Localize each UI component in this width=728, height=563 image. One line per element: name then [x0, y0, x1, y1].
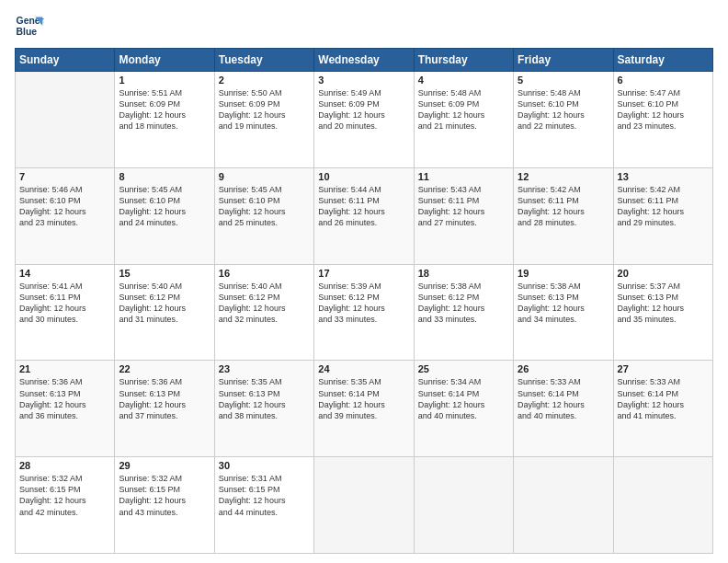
day-info: Sunrise: 5:45 AM Sunset: 6:10 PM Dayligh…: [119, 184, 210, 229]
calendar-cell: 9Sunrise: 5:45 AM Sunset: 6:10 PM Daylig…: [214, 167, 313, 264]
day-info: Sunrise: 5:36 AM Sunset: 6:13 PM Dayligh…: [119, 376, 210, 421]
day-info: Sunrise: 5:39 AM Sunset: 6:12 PM Dayligh…: [318, 281, 409, 326]
calendar-cell: [414, 457, 513, 554]
day-info: Sunrise: 5:44 AM Sunset: 6:11 PM Dayligh…: [318, 184, 409, 229]
day-info: Sunrise: 5:49 AM Sunset: 6:09 PM Dayligh…: [318, 87, 409, 132]
day-number: 30: [219, 460, 310, 471]
day-info: Sunrise: 5:41 AM Sunset: 6:11 PM Dayligh…: [19, 281, 110, 326]
calendar-cell: 3Sunrise: 5:49 AM Sunset: 6:09 PM Daylig…: [314, 72, 414, 168]
calendar-cell: 23Sunrise: 5:35 AM Sunset: 6:13 PM Dayli…: [214, 361, 313, 457]
calendar-cell: 15Sunrise: 5:40 AM Sunset: 6:12 PM Dayli…: [115, 264, 214, 361]
calendar-cell: 18Sunrise: 5:38 AM Sunset: 6:12 PM Dayli…: [414, 264, 513, 361]
day-number: 4: [418, 75, 509, 86]
day-number: 15: [119, 268, 210, 279]
day-number: 29: [119, 460, 210, 471]
day-number: 12: [518, 171, 609, 182]
day-info: Sunrise: 5:35 AM Sunset: 6:14 PM Dayligh…: [318, 376, 409, 421]
calendar-cell: 12Sunrise: 5:42 AM Sunset: 6:11 PM Dayli…: [514, 167, 613, 264]
day-number: 5: [518, 75, 609, 86]
day-number: 19: [518, 268, 609, 279]
day-info: Sunrise: 5:47 AM Sunset: 6:10 PM Dayligh…: [618, 87, 709, 132]
day-info: Sunrise: 5:45 AM Sunset: 6:10 PM Dayligh…: [219, 184, 310, 229]
day-number: 3: [318, 75, 409, 86]
calendar-cell: 19Sunrise: 5:38 AM Sunset: 6:13 PM Dayli…: [514, 264, 613, 361]
calendar-cell: 20Sunrise: 5:37 AM Sunset: 6:13 PM Dayli…: [613, 264, 712, 361]
calendar-cell: 14Sunrise: 5:41 AM Sunset: 6:11 PM Dayli…: [16, 264, 115, 361]
calendar-cell: 16Sunrise: 5:40 AM Sunset: 6:12 PM Dayli…: [214, 264, 313, 361]
calendar-cell: 6Sunrise: 5:47 AM Sunset: 6:10 PM Daylig…: [613, 72, 712, 168]
day-info: Sunrise: 5:48 AM Sunset: 6:10 PM Dayligh…: [518, 87, 609, 132]
day-info: Sunrise: 5:32 AM Sunset: 6:15 PM Dayligh…: [19, 473, 110, 518]
col-header-sunday: Sunday: [16, 49, 115, 72]
day-info: Sunrise: 5:40 AM Sunset: 6:12 PM Dayligh…: [119, 281, 210, 326]
day-number: 22: [119, 363, 210, 374]
day-number: 2: [219, 75, 310, 86]
calendar-cell: 8Sunrise: 5:45 AM Sunset: 6:10 PM Daylig…: [115, 167, 214, 264]
day-number: 16: [219, 268, 310, 279]
day-number: 8: [119, 171, 210, 182]
day-number: 28: [19, 460, 110, 471]
calendar-cell: [16, 72, 115, 168]
day-info: Sunrise: 5:31 AM Sunset: 6:15 PM Dayligh…: [219, 473, 310, 518]
calendar-cell: 7Sunrise: 5:46 AM Sunset: 6:10 PM Daylig…: [16, 167, 115, 264]
day-info: Sunrise: 5:43 AM Sunset: 6:11 PM Dayligh…: [418, 184, 509, 229]
day-number: 11: [418, 171, 509, 182]
calendar-table: SundayMondayTuesdayWednesdayThursdayFrid…: [15, 48, 713, 554]
calendar-cell: 24Sunrise: 5:35 AM Sunset: 6:14 PM Dayli…: [314, 361, 414, 457]
col-header-tuesday: Tuesday: [214, 49, 313, 72]
day-number: 6: [618, 75, 709, 86]
day-number: 25: [418, 363, 509, 374]
day-number: 21: [19, 363, 110, 374]
day-number: 18: [418, 268, 509, 279]
day-number: 17: [318, 268, 409, 279]
day-info: Sunrise: 5:33 AM Sunset: 6:14 PM Dayligh…: [518, 376, 609, 421]
day-info: Sunrise: 5:50 AM Sunset: 6:09 PM Dayligh…: [219, 87, 310, 132]
calendar-cell: 29Sunrise: 5:32 AM Sunset: 6:15 PM Dayli…: [115, 457, 214, 554]
calendar-cell: 10Sunrise: 5:44 AM Sunset: 6:11 PM Dayli…: [314, 167, 414, 264]
col-header-saturday: Saturday: [613, 49, 712, 72]
day-info: Sunrise: 5:42 AM Sunset: 6:11 PM Dayligh…: [518, 184, 609, 229]
calendar-cell: 30Sunrise: 5:31 AM Sunset: 6:15 PM Dayli…: [214, 457, 313, 554]
day-info: Sunrise: 5:33 AM Sunset: 6:14 PM Dayligh…: [618, 376, 709, 421]
calendar-cell: 13Sunrise: 5:42 AM Sunset: 6:11 PM Dayli…: [613, 167, 712, 264]
day-number: 1: [119, 75, 210, 86]
svg-text:Blue: Blue: [17, 27, 38, 37]
calendar-cell: 27Sunrise: 5:33 AM Sunset: 6:14 PM Dayli…: [613, 361, 712, 457]
day-number: 27: [618, 363, 709, 374]
day-info: Sunrise: 5:51 AM Sunset: 6:09 PM Dayligh…: [119, 87, 210, 132]
day-number: 24: [318, 363, 409, 374]
calendar-cell: 26Sunrise: 5:33 AM Sunset: 6:14 PM Dayli…: [514, 361, 613, 457]
col-header-monday: Monday: [115, 49, 214, 72]
page-header: General Blue: [15, 11, 713, 40]
calendar-cell: [613, 457, 712, 554]
calendar-cell: 28Sunrise: 5:32 AM Sunset: 6:15 PM Dayli…: [16, 457, 115, 554]
calendar-cell: 11Sunrise: 5:43 AM Sunset: 6:11 PM Dayli…: [414, 167, 513, 264]
day-info: Sunrise: 5:40 AM Sunset: 6:12 PM Dayligh…: [219, 281, 310, 326]
day-info: Sunrise: 5:48 AM Sunset: 6:09 PM Dayligh…: [418, 87, 509, 132]
calendar-cell: 17Sunrise: 5:39 AM Sunset: 6:12 PM Dayli…: [314, 264, 414, 361]
day-info: Sunrise: 5:34 AM Sunset: 6:14 PM Dayligh…: [418, 376, 509, 421]
day-info: Sunrise: 5:46 AM Sunset: 6:10 PM Dayligh…: [19, 184, 110, 229]
calendar-cell: [314, 457, 414, 554]
calendar-cell: 5Sunrise: 5:48 AM Sunset: 6:10 PM Daylig…: [514, 72, 613, 168]
day-number: 10: [318, 171, 409, 182]
calendar-cell: 22Sunrise: 5:36 AM Sunset: 6:13 PM Dayli…: [115, 361, 214, 457]
col-header-friday: Friday: [514, 49, 613, 72]
day-info: Sunrise: 5:36 AM Sunset: 6:13 PM Dayligh…: [19, 376, 110, 421]
col-header-thursday: Thursday: [414, 49, 513, 72]
calendar-cell: 21Sunrise: 5:36 AM Sunset: 6:13 PM Dayli…: [16, 361, 115, 457]
calendar-cell: 25Sunrise: 5:34 AM Sunset: 6:14 PM Dayli…: [414, 361, 513, 457]
day-info: Sunrise: 5:38 AM Sunset: 6:13 PM Dayligh…: [518, 281, 609, 326]
day-number: 14: [19, 268, 110, 279]
day-number: 13: [618, 171, 709, 182]
day-info: Sunrise: 5:32 AM Sunset: 6:15 PM Dayligh…: [119, 473, 210, 518]
calendar-cell: [514, 457, 613, 554]
day-number: 7: [19, 171, 110, 182]
day-info: Sunrise: 5:37 AM Sunset: 6:13 PM Dayligh…: [618, 281, 709, 326]
calendar-cell: 1Sunrise: 5:51 AM Sunset: 6:09 PM Daylig…: [115, 72, 214, 168]
day-info: Sunrise: 5:38 AM Sunset: 6:12 PM Dayligh…: [418, 281, 509, 326]
day-number: 26: [518, 363, 609, 374]
day-number: 20: [618, 268, 709, 279]
day-number: 23: [219, 363, 310, 374]
day-info: Sunrise: 5:42 AM Sunset: 6:11 PM Dayligh…: [618, 184, 709, 229]
